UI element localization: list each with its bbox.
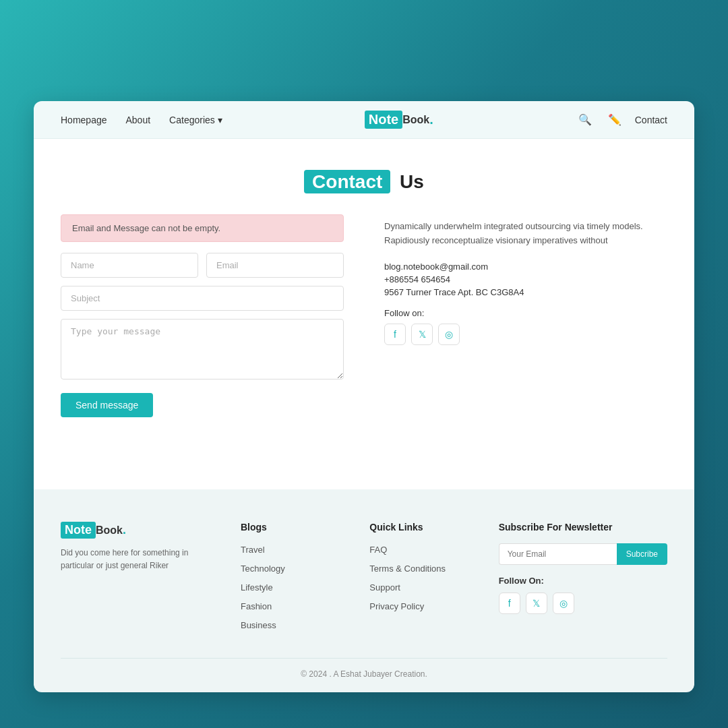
- nav-homepage[interactable]: Homepage: [61, 115, 107, 125]
- message-input[interactable]: [61, 319, 344, 380]
- send-button[interactable]: Send message: [61, 393, 153, 417]
- content-area: Contact Us Email and Message can not be …: [34, 139, 694, 489]
- nav-about[interactable]: About: [126, 115, 151, 125]
- footer-blogs-list: Travel Technology Lifestyle Fashion Busi…: [241, 543, 342, 631]
- footer-quick-col: Quick Links FAQ Terms & Conditions Suppo…: [369, 522, 471, 631]
- info-phone: +886554 654654: [384, 274, 667, 284]
- footer-facebook-button[interactable]: f: [499, 593, 520, 614]
- facebook-icon: f: [508, 598, 511, 609]
- footer-grid: Note Book . Did you come here for someth…: [61, 522, 667, 658]
- error-banner: Email and Message can not be empty.: [61, 214, 344, 242]
- facebook-icon: f: [394, 329, 396, 340]
- footer-blogs-heading: Blogs: [241, 522, 342, 533]
- info-address: 9567 Turner Trace Apt. BC C3G8A4: [384, 287, 667, 297]
- page-title: Contact Us: [61, 171, 667, 193]
- footer-instagram-button[interactable]: ◎: [553, 593, 574, 614]
- blog-business-link[interactable]: Business: [241, 620, 276, 630]
- twitter-icon-button[interactable]: 𝕏: [411, 324, 433, 345]
- info-description: Dynamically underwhelm integrated outsou…: [384, 220, 667, 248]
- quick-support-link[interactable]: Support: [369, 582, 400, 593]
- list-item: Lifestyle: [241, 581, 342, 593]
- blog-technology-link[interactable]: Technology: [241, 564, 285, 574]
- logo-dot: .: [429, 112, 433, 127]
- quick-faq-link[interactable]: FAQ: [369, 545, 387, 555]
- list-item: Fashion: [241, 600, 342, 612]
- footer-quick-list: FAQ Terms & Conditions Support Privacy P…: [369, 543, 471, 612]
- navbar: Homepage About Categories ▾ Note Book . …: [34, 101, 694, 139]
- instagram-icon-button[interactable]: ◎: [438, 324, 460, 345]
- search-button[interactable]: 🔍: [576, 111, 595, 129]
- logo-book: Book: [402, 114, 429, 126]
- footer-newsletter-col: Subscribe For Newsletter Subcribe Follow…: [499, 522, 667, 631]
- footer-quick-heading: Quick Links: [369, 522, 471, 533]
- blog-lifestyle-link[interactable]: Lifestyle: [241, 582, 273, 593]
- info-email: blog.notebook@gmail.com: [384, 262, 667, 272]
- footer-twitter-button[interactable]: 𝕏: [526, 593, 547, 614]
- follow-label: Follow on:: [384, 308, 667, 318]
- social-icons: f 𝕏 ◎: [384, 324, 667, 345]
- list-item: Privacy Policy: [369, 600, 471, 612]
- footer-logo-dot: .: [123, 523, 126, 537]
- nav-links: Homepage About Categories ▾: [61, 115, 222, 125]
- blog-fashion-link[interactable]: Fashion: [241, 601, 272, 611]
- list-item: Terms & Conditions: [369, 562, 471, 574]
- contact-info-col: Dynamically underwhelm integrated outsou…: [384, 214, 667, 417]
- instagram-icon: ◎: [445, 329, 453, 340]
- twitter-icon: 𝕏: [533, 598, 540, 609]
- newsletter-email-input[interactable]: [499, 543, 617, 565]
- subject-input[interactable]: [61, 286, 344, 311]
- footer-logo-book: Book: [96, 524, 123, 537]
- email-input[interactable]: [206, 253, 344, 278]
- footer-brand-col: Note Book . Did you come here for someth…: [61, 522, 214, 631]
- twitter-icon: 𝕏: [419, 329, 426, 340]
- chevron-down-icon: ▾: [218, 115, 222, 125]
- main-wrapper: Homepage About Categories ▾ Note Book . …: [34, 101, 694, 692]
- nav-categories[interactable]: Categories ▾: [169, 115, 222, 125]
- nav-actions: 🔍 ✏️ Contact: [576, 111, 667, 129]
- contact-layout: Email and Message can not be empty. Send…: [61, 214, 667, 417]
- name-email-row: [61, 253, 344, 278]
- list-item: Travel: [241, 543, 342, 555]
- list-item: Support: [369, 581, 471, 593]
- footer-newsletter-heading: Subscribe For Newsletter: [499, 522, 667, 533]
- instagram-icon: ◎: [559, 598, 568, 609]
- footer-divider: [61, 658, 667, 659]
- logo-note: Note: [365, 111, 402, 129]
- footer-logo-note: Note: [61, 522, 96, 539]
- list-item: FAQ: [369, 543, 471, 555]
- footer-logo: Note Book .: [61, 522, 214, 539]
- title-highlight: Contact: [304, 170, 390, 193]
- name-input[interactable]: [61, 253, 198, 278]
- contact-form-col: Email and Message can not be empty. Send…: [61, 214, 344, 417]
- site-logo: Note Book .: [365, 111, 433, 129]
- footer-description: Did you come here for something in parti…: [61, 547, 214, 572]
- footer-copyright: © 2024 . A Eshat Jubayer Creation.: [61, 669, 667, 692]
- search-icon: 🔍: [578, 114, 592, 125]
- list-item: Technology: [241, 562, 342, 574]
- subscribe-button[interactable]: Subcribe: [617, 543, 667, 565]
- footer-follow-on-label: Follow On:: [499, 576, 667, 586]
- nav-contact[interactable]: Contact: [635, 115, 667, 125]
- quick-terms-link[interactable]: Terms & Conditions: [369, 564, 446, 574]
- newsletter-row: Subcribe: [499, 543, 667, 565]
- footer: Note Book . Did you come here for someth…: [34, 489, 694, 692]
- error-message: Email and Message can not be empty.: [72, 223, 220, 233]
- edit-button[interactable]: ✏️: [605, 111, 624, 129]
- footer-blogs-col: Blogs Travel Technology Lifestyle Fashio…: [241, 522, 342, 631]
- edit-icon: ✏️: [608, 114, 621, 125]
- list-item: Business: [241, 619, 342, 631]
- blog-travel-link[interactable]: Travel: [241, 545, 265, 555]
- footer-social-icons: f 𝕏 ◎: [499, 593, 667, 614]
- facebook-icon-button[interactable]: f: [384, 324, 406, 345]
- quick-privacy-link[interactable]: Privacy Policy: [369, 601, 424, 611]
